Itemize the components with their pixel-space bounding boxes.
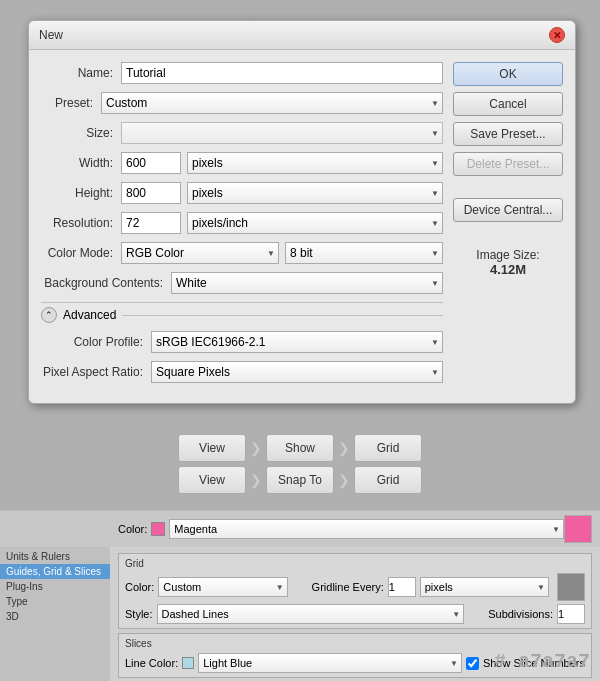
- preset-select[interactable]: Custom: [101, 92, 443, 114]
- size-row: Size:: [41, 122, 443, 144]
- name-input[interactable]: [121, 62, 443, 84]
- bit-depth-select[interactable]: 8 bit: [285, 242, 443, 264]
- light-blue-swatch: [182, 657, 194, 669]
- pixel-aspect-wrapper: Square Pixels: [151, 361, 443, 383]
- color-mode-select[interactable]: RGB Color: [121, 242, 279, 264]
- color-profile-select[interactable]: sRGB IEC61966-2.1: [151, 331, 443, 353]
- height-label: Height:: [41, 186, 121, 200]
- spacer: [453, 182, 563, 192]
- pixel-aspect-label: Pixel Aspect Ratio:: [41, 365, 151, 379]
- resolution-label: Resolution:: [41, 216, 121, 230]
- subdivisions-input[interactable]: [557, 604, 585, 624]
- sidebar-item-units-rulers[interactable]: Units & Rulers: [0, 549, 110, 564]
- subdivisions-label: Subdivisions:: [488, 608, 553, 620]
- arrow-icon-3: ❯: [250, 472, 262, 488]
- size-select-wrapper: [121, 122, 443, 144]
- grid-style-select[interactable]: Dashed Lines: [157, 604, 465, 624]
- advanced-section: ⌃ Advanced Color Profile: sRGB IEC61966-…: [41, 307, 443, 383]
- height-row: Height: pixels: [41, 182, 443, 204]
- size-select[interactable]: [121, 122, 443, 144]
- grid-button-2[interactable]: Grid: [354, 466, 422, 494]
- width-unit-select[interactable]: pixels: [187, 152, 443, 174]
- image-size-section: Image Size: 4.12M: [453, 248, 563, 277]
- pink-preview-swatch: [564, 515, 592, 543]
- slices-section-title: Slices: [125, 638, 585, 649]
- grid-section-title: Grid: [125, 558, 585, 569]
- bg-contents-select[interactable]: White: [171, 272, 443, 294]
- grid-style-label: Style:: [125, 608, 153, 620]
- device-central-button[interactable]: Device Central...: [453, 198, 563, 222]
- view-button-2[interactable]: View: [178, 466, 246, 494]
- advanced-divider-line: [122, 315, 443, 316]
- cancel-button[interactable]: Cancel: [453, 92, 563, 116]
- resolution-unit-wrapper: pixels/inch: [187, 212, 443, 234]
- pixel-aspect-select[interactable]: Square Pixels: [151, 361, 443, 383]
- pref-top-row: Color: Magenta: [0, 511, 600, 547]
- show-button[interactable]: Show: [266, 434, 334, 462]
- ok-button[interactable]: OK: [453, 62, 563, 86]
- advanced-header: ⌃ Advanced: [41, 307, 443, 323]
- advanced-toggle-button[interactable]: ⌃: [41, 307, 57, 323]
- line-color-label: Line Color:: [125, 657, 178, 669]
- arrow-icon-1: ❯: [250, 440, 262, 456]
- line-color-wrapper: Light Blue: [198, 653, 462, 673]
- gridline-input[interactable]: [388, 577, 416, 597]
- pref-color-label: Color:: [118, 523, 147, 535]
- grid-color-wrapper: Custom: [158, 577, 287, 597]
- advanced-label: Advanced: [63, 308, 116, 322]
- grid-color-select[interactable]: Custom: [158, 577, 287, 597]
- sidebar-item-plug-ins[interactable]: Plug-Ins: [0, 579, 110, 594]
- width-input[interactable]: [121, 152, 181, 174]
- size-label: Size:: [41, 126, 121, 140]
- sidebar-item-type[interactable]: Type: [0, 594, 110, 609]
- grid-button-1[interactable]: Grid: [354, 434, 422, 462]
- height-unit-wrapper: pixels: [187, 182, 443, 204]
- divider-1: [41, 302, 443, 303]
- grid-color-label: Color:: [125, 581, 154, 593]
- height-input[interactable]: [121, 182, 181, 204]
- sidebar-item-guides-grid[interactable]: Guides, Grid & Slices: [0, 564, 110, 579]
- new-dialog: New ✕ Name: Preset: Custom Size:: [28, 20, 576, 404]
- dialog-actions: OK Cancel Save Preset... Delete Preset..…: [453, 62, 563, 391]
- width-row: Width: pixels: [41, 152, 443, 174]
- delete-preset-button[interactable]: Delete Preset...: [453, 152, 563, 176]
- name-label: Name:: [41, 66, 121, 80]
- toolbar-row-2: View ❯ Snap To ❯ Grid: [0, 466, 600, 494]
- bg-contents-label: Background Contents:: [41, 276, 171, 290]
- image-size-value: 4.12M: [453, 262, 563, 277]
- pref-color-select[interactable]: Magenta: [169, 519, 564, 539]
- sidebar-item-3d[interactable]: 3D: [0, 609, 110, 624]
- save-preset-button[interactable]: Save Preset...: [453, 122, 563, 146]
- bit-depth-wrapper: 8 bit: [285, 242, 443, 264]
- show-numbers-checkbox[interactable]: [466, 657, 479, 670]
- pixel-aspect-row: Pixel Aspect Ratio: Square Pixels: [41, 361, 443, 383]
- color-profile-row: Color Profile: sRGB IEC61966-2.1: [41, 331, 443, 353]
- pref-color-row: Color: Magenta: [118, 519, 564, 539]
- width-unit-wrapper: pixels: [187, 152, 443, 174]
- snap-to-button[interactable]: Snap To: [266, 466, 334, 494]
- toolbar-row-1: View ❯ Show ❯ Grid: [0, 434, 600, 462]
- arrow-icon-2: ❯: [338, 440, 350, 456]
- gridline-label: Gridline Every:: [312, 581, 384, 593]
- resolution-unit-select[interactable]: pixels/inch: [187, 212, 443, 234]
- preset-row: Preset: Custom: [41, 92, 443, 114]
- close-button[interactable]: ✕: [549, 27, 565, 43]
- gridline-unit-select[interactable]: pixels: [420, 577, 549, 597]
- height-unit-select[interactable]: pixels: [187, 182, 443, 204]
- color-mode-wrapper: RGB Color: [121, 242, 279, 264]
- grid-style-row: Style: Dashed Lines Subdivisions:: [125, 604, 585, 624]
- resolution-input[interactable]: [121, 212, 181, 234]
- view-button-1[interactable]: View: [178, 434, 246, 462]
- resolution-row: Resolution: pixels/inch: [41, 212, 443, 234]
- grid-section: Grid Color: Custom Gridline Every: pixel…: [118, 553, 592, 629]
- dialog-titlebar: New ✕: [29, 21, 575, 50]
- arrow-icon-4: ❯: [338, 472, 350, 488]
- magenta-color-swatch: [151, 522, 165, 536]
- bg-contents-row: Background Contents: White: [41, 272, 443, 294]
- bottom-toolbar: View ❯ Show ❯ Grid View ❯ Snap To ❯ Grid: [0, 430, 600, 498]
- color-mode-label: Color Mode:: [41, 246, 121, 260]
- pref-color-wrapper: Magenta: [169, 519, 564, 539]
- pref-sidebar: Units & Rulers Guides, Grid & Slices Plu…: [0, 547, 110, 681]
- line-color-select[interactable]: Light Blue: [198, 653, 462, 673]
- width-label: Width:: [41, 156, 121, 170]
